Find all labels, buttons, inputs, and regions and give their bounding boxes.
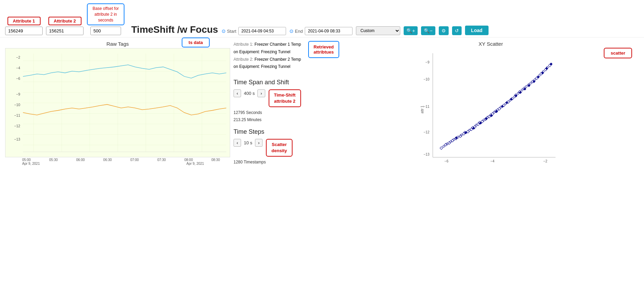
middle-panel: Attribute 1: Freezer Chamber 1 Temp on E… [234, 41, 339, 171]
span-increase-button[interactable]: › [257, 89, 265, 97]
preset-select[interactable]: Custom Last Hour Last Day Last Week [356, 26, 400, 35]
settings-button[interactable]: ⚙ [439, 26, 449, 35]
left-panel: ts data Raw Tags −2 −4 −6 −9 −10 −11 [5, 41, 230, 171]
steps-decrease-button[interactable]: ‹ [234, 139, 241, 147]
svg-text:−6: −6 [16, 77, 20, 81]
main-content: ts data Raw Tags −2 −4 −6 −9 −10 −11 [0, 38, 644, 174]
attr2-label: Attribute 2 [48, 17, 81, 25]
offset-input[interactable] [90, 27, 121, 35]
time-span-row: ‹ 400 s › Time-Shiftattribute 2 [234, 89, 339, 107]
svg-rect-11 [419, 48, 563, 164]
start-group: ⊙ Start [222, 27, 286, 35]
scatter-button[interactable]: scatter [604, 48, 632, 58]
span-value: 400 s [244, 91, 255, 96]
end-input[interactable] [305, 27, 353, 35]
attr1-group: Attribute 1 [5, 17, 43, 35]
time-steps-title: Time Steps [234, 128, 339, 135]
start-input[interactable] [238, 27, 286, 35]
svg-text:−2: −2 [16, 56, 20, 60]
svg-text:−2: −2 [543, 159, 548, 163]
svg-text:attr 1: attr 1 [420, 106, 424, 114]
retrieved-box: Retrievedattribtues [308, 41, 339, 58]
attr2-input[interactable] [46, 27, 84, 35]
span-stepper: ‹ 400 s › [234, 89, 265, 97]
time-span-info: 12795 Seconds 213.25 Minutes [234, 109, 339, 123]
steps-stepper: ‹ 10 s › [234, 139, 263, 147]
svg-text:−12: −12 [14, 124, 20, 128]
attr-info-block: Attribute 1: Freezer Chamber 1 Temp on E… [234, 41, 305, 70]
attr2-group: Attribute 2 [46, 17, 84, 35]
svg-text:−10: −10 [14, 103, 20, 107]
refresh-button[interactable]: ↺ [452, 26, 462, 35]
scatter-density-button[interactable]: Scatterdensity [266, 139, 293, 157]
svg-rect-1 [23, 54, 226, 152]
right-panel: scatter XY Scatter −9 −10 −11 −12 −13 −6… [343, 41, 639, 171]
svg-text:−12: −12 [424, 130, 430, 134]
x-axis-labels: 05:00 05:30 06:00 06:30 07:00 07:30 08:0… [5, 157, 230, 162]
time-span-title: Time Span and Shift [234, 79, 339, 86]
page-title: TimeShift /w Focus [131, 24, 218, 35]
clock-end-icon: ⊙ [289, 28, 294, 34]
svg-text:−4: −4 [16, 67, 20, 70]
svg-text:−11: −11 [14, 114, 20, 118]
svg-text:−9: −9 [16, 93, 20, 97]
steps-value: 10 s [244, 140, 252, 145]
svg-text:−10: −10 [424, 77, 430, 81]
end-label: ⊙ End [289, 28, 303, 34]
chart-svg: −2 −4 −6 −9 −10 −11 −12 −13 [5, 48, 230, 157]
load-button[interactable]: Load [465, 26, 489, 35]
attr1-input[interactable] [5, 27, 43, 35]
offset-tooltip: Base offset for attribute 2 in seconds [87, 3, 124, 25]
svg-text:−13: −13 [424, 153, 430, 156]
svg-text:−13: −13 [14, 138, 20, 141]
zoom-out-button[interactable]: 🔍− [421, 26, 435, 35]
span-decrease-button[interactable]: ‹ [234, 89, 241, 97]
scatter-svg: −9 −10 −11 −12 −13 −6 −4 −2 attr 1 [343, 48, 639, 164]
zoom-in-button[interactable]: 🔍+ [404, 26, 418, 35]
time-steps-row: ‹ 10 s › Scatterdensity [234, 139, 339, 157]
top-bar: Attribute 1 Attribute 2 Base offset for … [0, 0, 644, 38]
timestamps-info: 1280 Timestamps [234, 159, 339, 165]
raw-chart: −2 −4 −6 −9 −10 −11 −12 −13 [5, 48, 230, 157]
start-label: ⊙ Start [222, 28, 236, 34]
attr2-info: Attribute 2: Freezer Chamber 2 Temp on E… [234, 56, 305, 71]
attr1-label: Attribute 1 [8, 17, 41, 25]
svg-text:−11: −11 [424, 105, 430, 109]
end-group: ⊙ End [289, 27, 353, 35]
svg-text:−4: −4 [491, 159, 495, 163]
offset-group: Base offset for attribute 2 in seconds [87, 3, 124, 35]
x-axis-date-label: Apr 9, 2021Apr 9, 2021 [5, 162, 230, 165]
timeshift-button[interactable]: Time-Shiftattribute 2 [269, 89, 301, 107]
scatter-title: XY Scatter [343, 41, 639, 47]
steps-increase-button[interactable]: › [255, 139, 263, 147]
clock-icon: ⊙ [222, 28, 226, 34]
svg-text:−9: −9 [425, 60, 430, 64]
svg-text:−6: −6 [445, 159, 449, 163]
ts-data-button[interactable]: ts data [182, 38, 210, 47]
attr1-info: Attribute 1: Freezer Chamber 1 Temp on E… [234, 41, 305, 56]
